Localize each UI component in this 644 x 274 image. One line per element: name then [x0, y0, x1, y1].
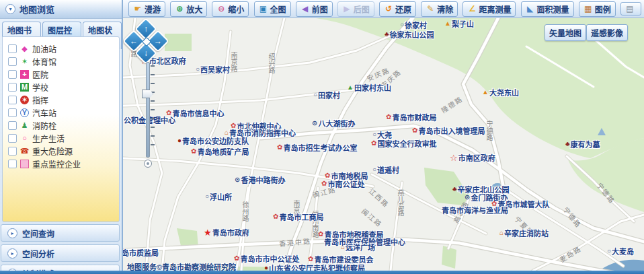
road-name: 燕儿岛路	[397, 189, 404, 216]
clear-button[interactable]: ✎ 清除	[421, 1, 458, 17]
poi: ⊙ 八大湖街办	[312, 118, 355, 129]
printer-icon: ▤	[625, 4, 635, 13]
section-spatial-query[interactable]: ▸ 空间查询	[1, 224, 120, 242]
print-button[interactable]: ▤	[620, 2, 641, 15]
zoom-in-button[interactable]: ⊕ 放大	[170, 1, 207, 17]
vector-map-button[interactable]: 矢量地图	[545, 24, 586, 41]
poi: ● 山东省公安厅走私犯罪侦察局	[264, 263, 365, 271]
arrow-down-icon: ↓	[139, 46, 153, 60]
layer-gymnasium[interactable]: ✶ 体育馆	[8, 55, 119, 68]
house-icon: ⌂	[499, 230, 504, 236]
poi: ○ 浮山所	[205, 191, 232, 202]
poi: ● 青岛市公安边防支队	[177, 135, 249, 146]
chevron-down-icon: ▾	[5, 4, 15, 14]
layer-checkbox[interactable]	[8, 96, 17, 104]
map-canvas[interactable]: 延吉路 南京路 绍兴路 安庆路 安庆路 隆德路 宁德路 闽江路 闽江路	[123, 18, 644, 271]
full-extent-button[interactable]: ▣ 全图	[254, 1, 291, 17]
flower-icon: ✿	[308, 256, 313, 263]
command-icon: ✶	[20, 96, 29, 104]
layer-school[interactable]: M 学校	[8, 81, 119, 94]
layer-label: 学校	[32, 81, 48, 93]
star-icon: ★	[204, 228, 212, 237]
restore-button[interactable]: ↺ 还原	[379, 1, 416, 17]
accordion-label: 空间查询	[22, 228, 54, 239]
brush-icon: ✎	[426, 4, 435, 13]
layer-checkbox[interactable]	[8, 147, 17, 156]
circle-icon: ○	[205, 193, 209, 200]
sidebar-body: 地图书签 图层控制 地图状态 ◆ 加油站 ✶ 体育馆	[0, 19, 122, 241]
poi-name: 青岛市工商局	[279, 211, 323, 222]
toolbar-button-label: 全图	[270, 3, 286, 15]
basemap-button-label: 矢量地图	[549, 29, 581, 38]
layer-label: 医院	[32, 69, 48, 80]
poi: ⌂ 辛家庄消防站	[499, 228, 549, 238]
poi-name: 青岛市信息中心	[172, 108, 224, 118]
layer-gas-station[interactable]: ◆ 加油站	[8, 42, 119, 55]
legend-button[interactable]: ▦ 图例	[579, 1, 616, 17]
sidebar-sections: ▸ 空间查询 ▸ 空间分析 ▸ 绘制模式 ▸ 空间查询	[0, 224, 120, 274]
school-icon: M	[20, 83, 29, 92]
layer-production-life[interactable]: ○ 生产生活	[8, 132, 119, 145]
satellite-imagery-button[interactable]: 遥感影像	[586, 24, 628, 41]
layer-checkbox[interactable]	[8, 57, 17, 66]
poi: ♣ 徐家东山公园	[385, 29, 434, 40]
pan-button[interactable]: ☛ 漫游	[128, 1, 165, 17]
poi-name: 青岛市质监局	[123, 247, 159, 258]
sidebar-header-map-browse[interactable]: ▾ 地图浏览	[0, 0, 122, 19]
circle-icon: ○	[607, 248, 611, 254]
poi: ★ 青岛市政府	[204, 227, 249, 238]
zoom-slider[interactable]	[146, 62, 150, 158]
zoom-out-button[interactable]: ⊖ 缩小	[212, 1, 249, 17]
layer-label: 重点监控企业	[32, 158, 81, 170]
layer-major-hazard[interactable]: ☎ 重大危险源	[8, 145, 119, 158]
area-measure-button[interactable]: ◣ 面积测量	[521, 1, 574, 17]
layer-checkbox[interactable]	[8, 83, 17, 92]
poi: ✿ 国家安全行政审批	[371, 138, 436, 149]
layer-hospital[interactable]: + 医院	[8, 68, 119, 81]
production-life-icon: ○	[20, 134, 29, 143]
layer-checkbox[interactable]	[8, 160, 17, 168]
road-name: 南京路	[230, 52, 237, 72]
park-icon: ♣	[452, 186, 457, 193]
road-label: 燕儿岛路	[395, 189, 405, 216]
dot-circle-icon: ⊙	[465, 194, 470, 201]
poi: ✿ 市南公证处	[321, 178, 364, 189]
layer-fire-hydrant[interactable]: ♟ 消防栓	[8, 119, 119, 132]
layer-label: 指挥	[32, 94, 48, 106]
section-spatial-analysis[interactable]: ▸ 空间分析	[1, 244, 120, 262]
layer-bus-station[interactable]: Y 汽车站	[8, 106, 119, 119]
poi-name: 青岛市政府	[212, 227, 249, 238]
zoom-in-icon: ⊕	[175, 4, 184, 13]
poi-name: 青岛市海洋与渔业局	[442, 205, 508, 215]
layer-checkbox[interactable]	[8, 70, 17, 79]
poi: ○ 大麦岛	[607, 246, 634, 256]
layer-checkbox[interactable]	[8, 134, 17, 143]
next-view-button[interactable]: ▶ 后图	[337, 1, 374, 17]
flower-icon: ✿	[277, 144, 282, 151]
layer-checkbox[interactable]	[8, 108, 17, 117]
previous-view-button[interactable]: ◀ 前图	[296, 1, 333, 17]
dot-circle-icon: ⊙	[312, 120, 317, 127]
zoom-out-knob[interactable]	[144, 160, 152, 168]
poi-name: 八大湖街办	[318, 118, 355, 129]
park-icon: ♣	[385, 31, 389, 38]
hand-icon: ☛	[133, 4, 143, 13]
app-window: ▾ 地图浏览 地图书签 图层控制 地图状态 ◆ 加油站	[0, 0, 644, 274]
legend-icon: ▦	[583, 4, 593, 13]
poi: ✿ 青岛市财政局	[386, 112, 436, 123]
chevron-right-icon: ▸	[7, 248, 17, 259]
bottom-border-bar	[0, 271, 644, 274]
layer-command[interactable]: ✶ 指挥	[8, 94, 119, 106]
layer-monitored-enterprise[interactable]: 重点监控企业	[8, 158, 119, 170]
map-copyright: 地图服务©青岛市勘察测绘研究院	[127, 261, 236, 271]
basemap-button-label: 遥感影像	[591, 29, 623, 38]
chevron-right-icon: ▸	[7, 228, 17, 238]
poi: 青岛市质监局	[123, 247, 159, 258]
distance-measure-button[interactable]: ∠ 距离测量	[462, 1, 516, 17]
gymnasium-icon: ✶	[20, 57, 29, 66]
poi-name: 市北区政府	[149, 55, 186, 66]
layer-checkbox[interactable]	[8, 121, 17, 130]
sidebar: ▾ 地图浏览 地图书签 图层控制 地图状态 ◆ 加油站	[0, 0, 123, 271]
major-hazard-icon: ☎	[20, 147, 29, 156]
layer-checkbox[interactable]	[8, 44, 17, 53]
